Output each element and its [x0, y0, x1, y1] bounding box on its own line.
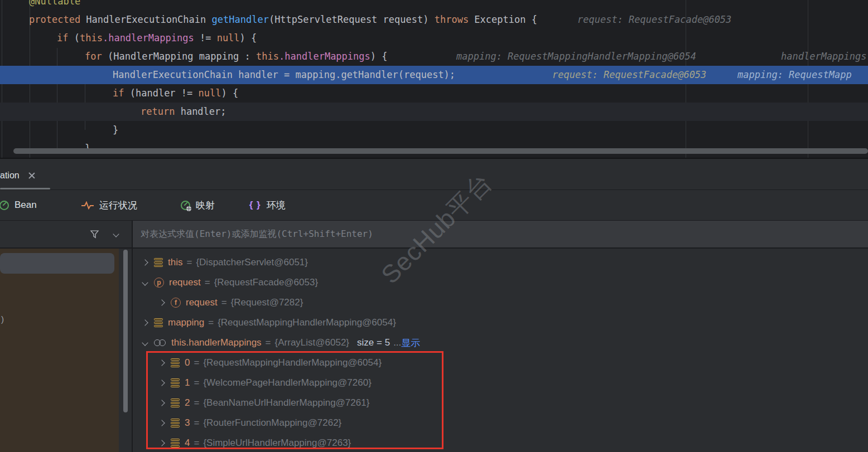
code-token: handler;	[181, 106, 226, 117]
variable-row-this-handlerMappings[interactable]: this.handlerMappings={ArrayList@6052}siz…	[133, 333, 868, 353]
variable-value: {RequestMappingHandlerMapping@6054}	[203, 357, 382, 368]
code-token: HandlerExecutionChain handler = mapping.…	[113, 69, 455, 80]
code-token: (handler !=	[130, 88, 199, 99]
variable-row-0[interactable]: 0={RequestMappingHandlerMapping@6054}	[133, 353, 868, 373]
watch-expression-input[interactable]: 对表达式求值(Enter)或添加监视(Ctrl+Shift+Enter)	[133, 221, 868, 247]
chevron-expanded-icon[interactable]	[141, 341, 150, 345]
variable-value: {RequestMappingHandlerMapping@6054}	[218, 317, 396, 328]
code-line[interactable]: }	[0, 121, 868, 139]
variable-value: {RouterFunctionMapping@7262}	[203, 417, 341, 429]
watch-icon	[154, 339, 166, 346]
equals-sign: =	[190, 417, 203, 429]
variable-name: 4	[185, 438, 190, 449]
code-line[interactable]: if (this.handlerMappings != null) {	[0, 29, 868, 47]
code-line[interactable]: if (handler != null) {	[0, 84, 868, 103]
toolbar-item-label: Bean	[15, 200, 37, 211]
variable-value: {DispatcherServlet@6051}	[196, 257, 308, 268]
variable-row-this[interactable]: this={DispatcherServlet@6051}	[133, 252, 868, 273]
variable-row-2[interactable]: 2={BeanNameUrlHandlerMapping@7261}	[133, 393, 868, 413]
code-token: null	[217, 32, 240, 43]
tab-label: ation	[0, 171, 20, 181]
variable-value: {BeanNameUrlHandlerMapping@7261}	[203, 397, 369, 409]
inline-debugger-hint: request: RequestFacade@6053	[577, 11, 731, 29]
chevron-collapsed-icon[interactable]	[141, 260, 150, 265]
toolbar-item-label: 映射	[196, 199, 215, 212]
code-token: !=	[194, 32, 217, 43]
braces-icon: { }	[249, 200, 261, 211]
toolbar-item-bean[interactable]: Bean	[4, 200, 37, 211]
variable-row-mapping[interactable]: mapping={RequestMappingHandlerMapping@60…	[133, 313, 868, 333]
inline-debugger-hint: request: RequestFacade@6053	[552, 66, 706, 84]
variable-icon	[171, 378, 180, 387]
selected-frame-row[interactable]	[0, 253, 114, 274]
chevron-expanded-icon[interactable]	[141, 280, 150, 285]
equals-sign: =	[201, 277, 214, 288]
frame-text-fragment: )	[1, 314, 4, 324]
horizontal-scrollbar[interactable]	[13, 148, 868, 154]
mappings-globe-icon	[181, 201, 190, 210]
inline-debugger-hint: mapping: RequestMapp	[737, 66, 852, 84]
chevron-collapsed-icon[interactable]	[141, 320, 150, 325]
code-line[interactable]: for (HandlerMapping mapping : this.handl…	[0, 47, 868, 66]
code-lines: @Nullableprotected HandlerExecutionChain…	[0, 0, 868, 158]
code-line[interactable]: @Nullable	[0, 0, 868, 11]
variable-icon	[171, 398, 180, 407]
code-token: getHandler	[212, 14, 269, 25]
code-token: }	[113, 124, 118, 135]
spring-bean-icon	[0, 201, 9, 210]
variable-row-4[interactable]: 4={SimpleUrlHandlerMapping@7263}	[133, 433, 868, 452]
equals-sign: =	[190, 438, 203, 449]
toolbar-item-braces[interactable]: { }环境	[249, 199, 286, 212]
code-token: for	[85, 51, 108, 62]
variable-row-request[interactable]: frequest={Request@7282}	[133, 293, 868, 313]
chevron-collapsed-icon[interactable]	[157, 421, 166, 425]
variables-tree: this={DispatcherServlet@6051}prequest={R…	[133, 252, 868, 452]
code-editor[interactable]: @Nullableprotected HandlerExecutionChain…	[0, 0, 868, 158]
variable-row-request[interactable]: prequest={RequestFacade@6053}	[133, 273, 868, 293]
variable-icon	[171, 419, 180, 427]
vertical-scrollbar[interactable]	[123, 250, 128, 412]
code-token: this	[80, 32, 103, 43]
collection-size: size = 5	[357, 337, 390, 348]
code-token: throws	[435, 14, 475, 25]
chevron-down-icon[interactable]	[113, 231, 119, 237]
code-line[interactable]: protected HandlerExecutionChain getHandl…	[0, 11, 868, 29]
variable-row-1[interactable]: 1={WelcomePageHandlerMapping@7260}	[133, 373, 868, 393]
code-token: ) {	[370, 51, 388, 62]
variable-name: this	[168, 257, 182, 268]
show-link[interactable]: 显示	[401, 337, 420, 349]
code-token: if	[113, 88, 130, 99]
equals-sign: =	[204, 317, 218, 328]
debug-tab[interactable]: ation	[0, 164, 41, 187]
code-token: (HandlerMapping mapping :	[108, 51, 256, 62]
toolbar-item-globe[interactable]: 映射	[181, 199, 215, 212]
code-token: .handlerMappings	[103, 32, 194, 43]
equals-sign: =	[190, 357, 203, 368]
code-line[interactable]: return handler;	[0, 103, 868, 121]
debug-tab-strip: ation	[0, 159, 868, 189]
code-token: if	[57, 32, 74, 43]
variable-icon	[171, 439, 180, 448]
equals-sign: =	[262, 337, 275, 348]
chevron-collapsed-icon[interactable]	[157, 441, 166, 445]
variable-name: 2	[185, 397, 190, 409]
code-token: return	[141, 106, 181, 117]
variable-name: this.handlerMappings	[171, 337, 262, 348]
filter-watch-row: 对表达式求值(Enter)或添加监视(Ctrl+Shift+Enter)	[0, 221, 868, 247]
filter-icon[interactable]	[90, 230, 99, 239]
close-icon[interactable]	[28, 172, 35, 179]
chevron-collapsed-icon[interactable]	[157, 381, 166, 385]
toolbar-item-pulse[interactable]: 运行状况	[81, 199, 137, 212]
chevron-collapsed-icon[interactable]	[157, 401, 166, 405]
code-line[interactable]: HandlerExecutionChain handler = mapping.…	[0, 66, 868, 84]
variable-value: {SimpleUrlHandlerMapping@7263}	[203, 438, 351, 449]
frames-panel[interactable]: )	[0, 249, 119, 452]
variable-name: 1	[185, 377, 190, 388]
variable-row-3[interactable]: 3={RouterFunctionMapping@7262}	[133, 413, 868, 433]
parameter-icon: p	[154, 278, 164, 288]
variable-value: {WelcomePageHandlerMapping@7260}	[203, 377, 371, 388]
chevron-collapsed-icon[interactable]	[157, 361, 166, 365]
variable-value: {ArrayList@6052}	[275, 337, 350, 348]
code-token: (HttpServletRequest request)	[269, 14, 435, 25]
chevron-collapsed-icon[interactable]	[157, 300, 166, 305]
